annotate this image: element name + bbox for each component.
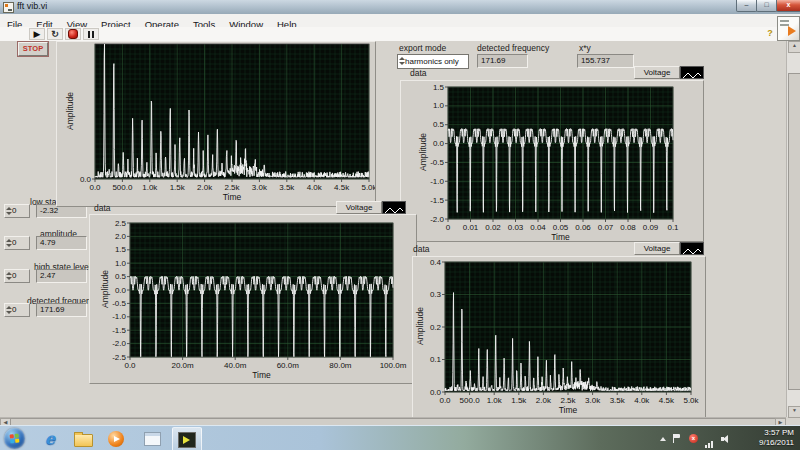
x-tick-label: 3.0k bbox=[585, 396, 601, 405]
x-tick-label: 3.5k bbox=[610, 396, 626, 405]
y-tick-label: -0.5 bbox=[430, 158, 444, 167]
media-player-icon bbox=[108, 431, 124, 447]
detected-frequencies-spinner[interactable]: 0 bbox=[4, 303, 30, 317]
spinner-value: 0 bbox=[12, 206, 16, 215]
xy-label: x*y bbox=[579, 43, 591, 53]
toolbar-buttons: ▶ ↻ bbox=[29, 28, 101, 40]
window-icon bbox=[144, 432, 161, 446]
y-tick-label: 0.0 bbox=[430, 388, 442, 397]
flag-icon[interactable] bbox=[673, 434, 682, 443]
x-tick-label: 4.0k bbox=[634, 396, 650, 405]
y-tick-label: 1.0 bbox=[433, 101, 445, 110]
hidden-icons-icon[interactable] bbox=[660, 437, 666, 441]
x-tick-label: 2.5k bbox=[560, 396, 576, 405]
y-tick-label: 0.0 bbox=[80, 175, 92, 184]
x-tick-label: 1.5k bbox=[170, 183, 186, 192]
y-tick-label: 0.4 bbox=[430, 258, 442, 267]
run-icon[interactable]: ▶ bbox=[29, 28, 45, 40]
spectrum-scaled-plot-legend[interactable]: Voltage bbox=[634, 242, 704, 255]
y-tick-label: 2.5 bbox=[115, 219, 127, 228]
internet-explorer-icon: e bbox=[45, 429, 55, 448]
waveform-full-plot-legend[interactable]: Voltage bbox=[336, 201, 406, 214]
window-titlebar: fft vib.vi – □ x bbox=[0, 0, 800, 15]
x-tick-label: 0.05 bbox=[553, 223, 569, 232]
minimize-button[interactable]: – bbox=[736, 0, 757, 12]
y-tick-label: -2.5 bbox=[112, 353, 126, 362]
increment-decrement-icon[interactable] bbox=[5, 270, 12, 281]
x-tick-label: 0.09 bbox=[643, 223, 659, 232]
taskbar-file-explorer-button[interactable] bbox=[69, 427, 97, 450]
waveform-icon bbox=[680, 242, 704, 255]
spectrum-scaled-caption: data bbox=[413, 244, 430, 254]
x-tick-label: 2.0k bbox=[197, 183, 213, 192]
waveform-detail-plot-area: 00.010.020.030.040.050.060.070.080.090.1… bbox=[401, 81, 703, 241]
x-tick-label: 3.5k bbox=[279, 183, 295, 192]
taskbar-internet-explorer-button[interactable]: e bbox=[36, 427, 64, 450]
x-tick-label: 0.06 bbox=[575, 223, 591, 232]
low-state-level-spinner[interactable]: 0 bbox=[4, 204, 30, 218]
pause-icon[interactable] bbox=[83, 28, 99, 40]
y-tick-label: 1.0 bbox=[115, 259, 127, 268]
amplitude-spinner[interactable]: 0 bbox=[4, 236, 30, 250]
spectrum-main-graph: 0.0500.01.0k1.5k2.0k2.5k3.0k3.5k4.0k4.5k… bbox=[56, 41, 376, 207]
volume-icon[interactable] bbox=[721, 434, 732, 444]
y-tick-label: 0.5 bbox=[433, 120, 445, 129]
vscroll-thumb[interactable] bbox=[788, 73, 800, 390]
taskbar-media-player-button[interactable] bbox=[102, 427, 130, 450]
high-state-level-value: 2.47 bbox=[36, 269, 87, 283]
spectrum-scaled-ylabel: Amplitude bbox=[415, 296, 425, 356]
increment-decrement-icon[interactable] bbox=[5, 205, 12, 216]
toolbar: ▶ ↻ ? bbox=[0, 27, 800, 42]
x-tick-label: 5.0k bbox=[361, 183, 375, 192]
xy-value: 155.737 bbox=[577, 54, 634, 68]
run-continuous-icon[interactable]: ↻ bbox=[47, 28, 63, 40]
spectrum-scaled-plot-area: 0.0500.01.0k1.5k2.0k2.5k3.0k3.5k4.0k4.5k… bbox=[413, 257, 705, 417]
x-tick-label: 0.04 bbox=[530, 223, 546, 232]
x-tick-label: 500.0 bbox=[460, 396, 481, 405]
context-help-icon[interactable]: ? bbox=[764, 28, 776, 39]
spinner-value: 0 bbox=[12, 238, 16, 247]
plot-legend-label: Voltage bbox=[634, 242, 680, 255]
x-tick-label: 0.0 bbox=[124, 361, 136, 370]
scroll-up-icon[interactable]: ▲ bbox=[788, 41, 800, 53]
x-tick-label: 0.1 bbox=[667, 223, 679, 232]
waveform-detail-plot-legend[interactable]: Voltage bbox=[634, 66, 704, 79]
close-button[interactable]: x bbox=[776, 0, 800, 12]
maximize-button[interactable]: □ bbox=[756, 0, 777, 12]
x-tick-label: 0 bbox=[446, 223, 451, 232]
stop-button[interactable]: STOP bbox=[18, 42, 48, 56]
y-tick-label: 1.5 bbox=[433, 83, 445, 92]
window-title: fft vib.vi bbox=[17, 1, 47, 11]
y-tick-label: -2.0 bbox=[430, 215, 444, 224]
abort-icon[interactable] bbox=[65, 28, 81, 40]
start-button[interactable] bbox=[4, 428, 25, 449]
y-tick-label: -2.0 bbox=[112, 339, 126, 348]
scroll-down-icon[interactable]: ▼ bbox=[788, 406, 800, 418]
ring-arrows-icon[interactable] bbox=[398, 55, 405, 66]
y-tick-label: -1.5 bbox=[112, 326, 126, 335]
vertical-scrollbar[interactable]: ▲ ▼ bbox=[786, 41, 800, 417]
high-state-level-spinner[interactable]: 0 bbox=[4, 269, 30, 283]
y-tick-label: -1.0 bbox=[112, 312, 126, 321]
export-mode-dropdown[interactable]: harmonics only bbox=[397, 54, 469, 69]
x-tick-label: 0.03 bbox=[508, 223, 524, 232]
increment-decrement-icon[interactable] bbox=[5, 304, 12, 315]
action-center-icon[interactable]: x bbox=[689, 434, 698, 443]
taskbar-window-button[interactable] bbox=[138, 427, 166, 450]
labview-icon bbox=[178, 432, 196, 448]
front-panel: STOP low state level0-2.32amplitude04.79… bbox=[0, 41, 786, 417]
increment-decrement-icon[interactable] bbox=[5, 237, 12, 248]
y-tick-label: 0.0 bbox=[115, 286, 127, 295]
menu-bar: FileEditViewProjectOperateToolsWindowHel… bbox=[0, 14, 800, 28]
y-tick-label: 0.2 bbox=[430, 323, 442, 332]
system-tray: x bbox=[653, 426, 732, 450]
x-tick-label: 4.5k bbox=[334, 183, 350, 192]
desktop: fft vib.vi – □ x FileEditViewProjectOper… bbox=[0, 0, 800, 450]
taskbar-clock[interactable]: 3:57 PM 9/16/2011 bbox=[759, 428, 794, 448]
taskbar-labview-button[interactable] bbox=[172, 427, 202, 450]
export-mode-label: export mode bbox=[399, 43, 446, 53]
x-tick-label: 0.08 bbox=[620, 223, 636, 232]
x-tick-label: 4.0k bbox=[307, 183, 323, 192]
x-tick-label: 5.0k bbox=[683, 396, 699, 405]
network-icon[interactable] bbox=[705, 430, 714, 448]
